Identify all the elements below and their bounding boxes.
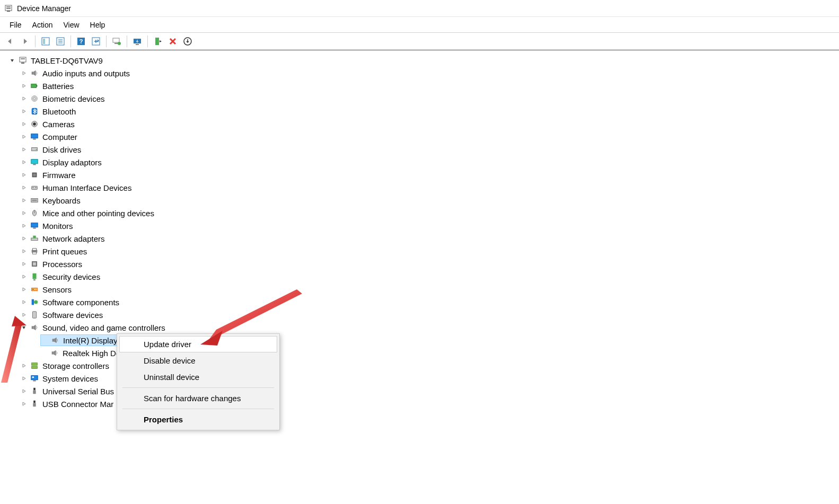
monitor-icon: [30, 221, 39, 231]
tree-category[interactable]: Computer: [4, 130, 839, 143]
svg-rect-72: [33, 381, 36, 382]
chevron-right-icon[interactable]: [20, 108, 28, 115]
properties-button[interactable]: [54, 34, 67, 48]
back-button[interactable]: [3, 34, 17, 48]
chevron-right-icon[interactable]: [20, 222, 28, 229]
chevron-right-icon[interactable]: [20, 273, 28, 280]
tree-root[interactable]: TABLET-DQ6TVAV9: [4, 54, 839, 67]
context-properties[interactable]: Properties: [119, 411, 277, 428]
tree-category[interactable]: Cameras: [4, 118, 839, 130]
chevron-right-icon[interactable]: [20, 146, 28, 153]
chevron-right-icon[interactable]: [20, 120, 28, 128]
chevron-right-icon[interactable]: [20, 362, 28, 369]
chevron-right-icon[interactable]: [20, 286, 28, 293]
svg-rect-23: [21, 63, 24, 64]
tree-category-label: Disk drives: [42, 145, 81, 154]
tree-category[interactable]: Display adaptors: [4, 156, 839, 169]
context-menu: Update driver Disable device Uninstall d…: [117, 333, 280, 430]
chevron-right-icon[interactable]: [20, 133, 28, 140]
tree-category[interactable]: Biometric devices: [4, 92, 839, 105]
update-driver-button[interactable]: [130, 34, 144, 48]
show-hide-console-tree-button[interactable]: [39, 34, 52, 48]
uninstall-device-button[interactable]: [181, 34, 195, 48]
chevron-right-icon[interactable]: [20, 400, 28, 408]
tree-category[interactable]: Print queues: [4, 245, 839, 258]
menu-action[interactable]: Action: [27, 19, 58, 31]
tree-category[interactable]: Audio inputs and outputs: [4, 67, 839, 79]
tree-category[interactable]: Processors: [4, 258, 839, 270]
tree-category[interactable]: Bluetooth: [4, 105, 839, 118]
tree-category[interactable]: Software components: [4, 296, 839, 308]
svg-rect-51: [31, 238, 38, 240]
tree-category[interactable]: Mice and other pointing devices: [4, 207, 839, 219]
svg-point-61: [32, 289, 33, 290]
menu-view[interactable]: View: [58, 19, 84, 31]
forward-button[interactable]: [18, 34, 32, 48]
svg-rect-40: [33, 173, 36, 176]
chevron-right-icon[interactable]: [20, 82, 28, 90]
speaker-icon: [50, 335, 60, 345]
chevron-right-icon[interactable]: [20, 235, 28, 242]
help-button[interactable]: ?: [74, 34, 88, 48]
chevron-right-icon[interactable]: [20, 158, 28, 166]
tree-category[interactable]: Network adapters: [4, 232, 839, 245]
chevron-right-icon[interactable]: [20, 95, 28, 102]
chevron-right-icon[interactable]: [20, 375, 28, 382]
tree-category[interactable]: Batteries: [4, 79, 839, 92]
tree-category[interactable]: Software devices: [4, 308, 839, 321]
system-icon: [30, 374, 39, 383]
chevron-right-icon[interactable]: [20, 298, 28, 306]
chip-icon: [30, 170, 39, 180]
mouse-icon: [30, 208, 39, 218]
usb-icon: [30, 386, 39, 396]
tree-category[interactable]: Sensors: [4, 283, 839, 296]
hid-icon: [30, 183, 39, 192]
svg-rect-59: [33, 279, 36, 280]
svg-rect-71: [32, 376, 34, 378]
toolbar-separator: [70, 36, 71, 47]
tree-category[interactable]: Human Interface Devices: [4, 181, 839, 194]
chevron-down-icon[interactable]: [8, 57, 16, 64]
chevron-right-icon[interactable]: [20, 209, 28, 217]
svg-rect-68: [32, 363, 38, 365]
svg-rect-52: [33, 236, 36, 238]
scan-hardware-button[interactable]: [110, 34, 123, 48]
menu-file[interactable]: File: [4, 19, 27, 31]
component-icon: [30, 297, 39, 307]
svg-rect-49: [31, 223, 38, 227]
chevron-right-icon[interactable]: [20, 69, 28, 77]
tree-category[interactable]: Sound, video and game controllers: [4, 321, 839, 334]
toolbar-separator: [106, 36, 107, 47]
device-tree[interactable]: TABLET-DQ6TVAV9 Audio inputs and outputs…: [0, 51, 839, 410]
svg-rect-24: [32, 72, 34, 74]
svg-rect-19: [155, 38, 159, 45]
chevron-right-icon[interactable]: [20, 184, 28, 191]
tree-category-label: Software components: [42, 298, 119, 307]
context-disable-device[interactable]: Disable device: [119, 352, 277, 369]
chevron-right-icon[interactable]: [20, 171, 28, 179]
title-bar: Device Manager: [0, 0, 839, 17]
chevron-right-icon[interactable]: [20, 260, 28, 268]
tree-category[interactable]: Monitors: [4, 219, 839, 232]
svg-point-36: [36, 149, 37, 150]
svg-rect-75: [33, 401, 36, 403]
chevron-right-icon[interactable]: [20, 387, 28, 395]
chevron-right-icon[interactable]: [20, 197, 28, 204]
chevron-right-icon[interactable]: [20, 247, 28, 255]
menu-help[interactable]: Help: [85, 19, 111, 31]
context-uninstall-device[interactable]: Uninstall device: [119, 369, 277, 385]
action-button[interactable]: [89, 34, 103, 48]
menu-bar: File Action View Help: [0, 17, 839, 33]
tree-category[interactable]: Security devices: [4, 270, 839, 283]
tree-category[interactable]: Firmware: [4, 169, 839, 181]
tree-category[interactable]: Keyboards: [4, 194, 839, 207]
svg-rect-38: [33, 164, 36, 165]
chevron-down-icon[interactable]: [20, 324, 28, 331]
tree-category[interactable]: Disk drives: [4, 143, 839, 156]
context-scan-hardware[interactable]: Scan for hardware changes: [119, 390, 277, 406]
context-update-driver[interactable]: Update driver: [119, 336, 277, 352]
disable-device-button[interactable]: [166, 34, 180, 48]
tree-category-label: Firmware: [42, 171, 76, 180]
chevron-right-icon[interactable]: [20, 311, 28, 319]
enable-device-button[interactable]: [151, 34, 165, 48]
